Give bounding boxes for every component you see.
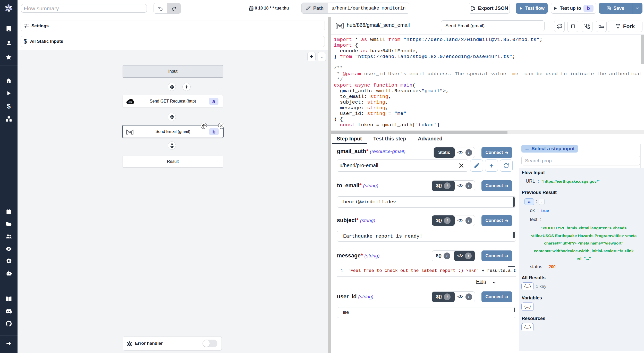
svg-text:HTTP: HTTP bbox=[128, 101, 133, 103]
